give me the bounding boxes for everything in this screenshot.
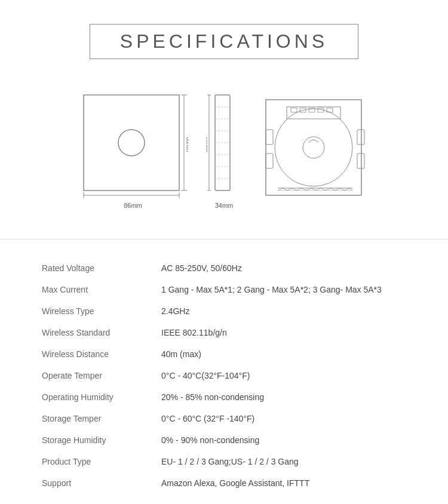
spec-row: SupportAmazon Alexa, Google Assistant, I… xyxy=(42,472,406,494)
side-view-diagram: 86mm xyxy=(206,89,242,199)
svg-rect-24 xyxy=(291,108,297,112)
title-box: SPECIFICATIONS xyxy=(90,24,358,59)
svg-rect-31 xyxy=(357,130,364,145)
svg-text:86mm: 86mm xyxy=(185,137,188,152)
svg-rect-29 xyxy=(266,130,273,145)
spec-row: Wireless Type2.4GHz xyxy=(42,300,406,322)
spec-value: 20% - 85% non-condensing xyxy=(161,392,406,402)
svg-point-22 xyxy=(275,109,352,186)
spec-label: Rated Voltage xyxy=(42,263,161,273)
page-container: SPECIFICATIONS xyxy=(0,0,448,504)
spec-row: Operating Humidity20% - 85% non-condensi… xyxy=(42,386,406,408)
spec-row: Max Current1 Gang - Max 5A*1; 2 Gang - M… xyxy=(42,279,406,300)
spec-label: Wireless Distance xyxy=(42,349,161,359)
spec-row: Wireless StandardIEEE 802.11b/g/n xyxy=(42,322,406,343)
spec-row: Wireless Distance40m (max) xyxy=(42,343,406,365)
spec-value: 1 Gang - Max 5A*1; 2 Gang - Max 5A*2; 3 … xyxy=(161,285,406,294)
title-section: SPECIFICATIONS xyxy=(0,18,448,65)
spec-label: Storage Humidity xyxy=(42,435,161,445)
svg-rect-21 xyxy=(266,100,361,195)
side-view-wrapper: 86mm 34mm xyxy=(206,89,242,209)
front-view-wrapper: 86mm 86mm xyxy=(78,89,188,209)
front-view-diagram: 86mm xyxy=(78,89,188,199)
spec-label: Wireless Type xyxy=(42,306,161,316)
spec-label: Wireless Standard xyxy=(42,328,161,337)
spec-label: Storage Temper xyxy=(42,414,161,423)
back-view-diagram xyxy=(260,94,370,204)
spec-label: Support xyxy=(42,478,161,488)
diagram-section: 86mm 86mm xyxy=(0,83,448,215)
svg-point-1 xyxy=(118,130,145,156)
spec-label: Operate Temper xyxy=(42,371,161,380)
svg-text:86mm: 86mm xyxy=(206,137,208,152)
spec-value: 0°C - 60°C (32°F -140°F) xyxy=(161,414,406,423)
spec-value: 40m (max) xyxy=(161,349,406,359)
spec-value: 2.4GHz xyxy=(161,306,406,316)
spec-value: 0% - 90% non-condensing xyxy=(161,435,406,445)
side-dim-label: 34mm xyxy=(215,202,234,209)
spec-label: Operating Humidity xyxy=(42,392,161,402)
svg-rect-32 xyxy=(357,153,364,168)
spec-value: Amazon Alexa, Google Assistant, IFTTT xyxy=(161,478,406,488)
svg-rect-27 xyxy=(318,108,324,112)
svg-rect-0 xyxy=(84,95,179,190)
spec-row: Rated VoltageAC 85-250V, 50/60Hz xyxy=(42,257,406,279)
svg-rect-28 xyxy=(327,108,333,112)
section-divider xyxy=(0,239,448,239)
spec-label: Product Type xyxy=(42,457,161,466)
back-view-wrapper xyxy=(260,94,370,204)
spec-row: Storage Temper0°C - 60°C (32°F -140°F) xyxy=(42,408,406,429)
svg-rect-30 xyxy=(266,153,273,168)
specs-section: Rated VoltageAC 85-250V, 50/60HzMax Curr… xyxy=(0,257,448,494)
page-title: SPECIFICATIONS xyxy=(120,30,328,52)
spec-value: EU- 1 / 2 / 3 Gang;US- 1 / 2 / 3 Gang xyxy=(161,457,406,466)
spec-value: IEEE 802.11b/g/n xyxy=(161,328,406,337)
spec-value: 0°C - 40°C(32°F-104°F) xyxy=(161,371,406,380)
spec-label: Max Current xyxy=(42,285,161,294)
spec-value: AC 85-250V, 50/60Hz xyxy=(161,263,406,273)
spec-row: Product TypeEU- 1 / 2 / 3 Gang;US- 1 / 2… xyxy=(42,451,406,472)
front-dim-label: 86mm xyxy=(124,202,142,209)
spec-row: Storage Humidity0% - 90% non-condensing xyxy=(42,429,406,451)
spec-row: Operate Temper0°C - 40°C(32°F-104°F) xyxy=(42,365,406,386)
